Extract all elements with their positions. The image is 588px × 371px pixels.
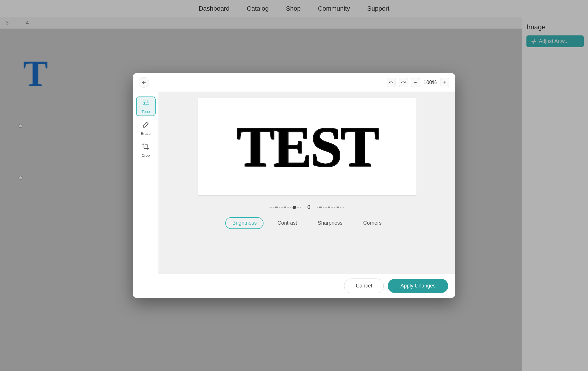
filter-tabs: Brightness Contrast Sharpness Corners <box>225 217 388 229</box>
zoom-minus-button[interactable]: − <box>411 78 420 87</box>
erase-icon <box>142 121 150 130</box>
tab-contrast[interactable]: Contrast <box>270 217 304 229</box>
zoom-plus-icon: + <box>443 80 446 86</box>
modal-sidebar: Tune Erase Crop <box>133 92 159 274</box>
tab-sharpness[interactable]: Sharpness <box>311 217 349 229</box>
zoom-plus-button[interactable]: + <box>440 78 449 87</box>
canvas-text: TEST <box>236 114 377 180</box>
tune-icon <box>142 99 150 108</box>
slider-value: 0 <box>305 204 313 210</box>
tool-erase[interactable]: Erase <box>136 118 156 138</box>
modal-footer: Cancel Apply Changes <box>133 274 455 298</box>
redo-button[interactable] <box>399 78 408 87</box>
tune-label: Tune <box>142 109 150 114</box>
modal-topbar: − 100% + <box>133 73 455 92</box>
slider-section: 0 <box>198 204 416 229</box>
zoom-minus-icon: − <box>414 80 417 86</box>
topbar-right: − 100% + <box>387 78 449 87</box>
zoom-value: 100% <box>423 80 437 86</box>
cancel-button[interactable]: Cancel <box>344 279 384 293</box>
modal-body: Tune Erase Crop <box>133 92 455 274</box>
crop-label: Crop <box>142 153 150 158</box>
tab-brightness[interactable]: Brightness <box>225 217 264 229</box>
back-button[interactable] <box>139 77 149 88</box>
tool-crop[interactable]: Crop <box>136 140 156 160</box>
modal-dialog: − 100% + Tune <box>133 73 455 298</box>
topbar-left <box>139 77 149 88</box>
slider-container[interactable]: 0 <box>198 204 416 210</box>
crop-icon <box>142 143 150 152</box>
tab-corners[interactable]: Corners <box>356 217 389 229</box>
modal-overlay: − 100% + Tune <box>0 0 588 371</box>
modal-canvas-area: TEST <box>159 92 455 274</box>
erase-label: Erase <box>141 131 151 136</box>
tool-tune[interactable]: Tune <box>136 96 156 116</box>
canvas-white: TEST <box>198 98 416 196</box>
undo-button[interactable] <box>387 78 396 87</box>
slider-handle[interactable] <box>293 206 296 209</box>
apply-changes-button[interactable]: Apply Changes <box>388 279 448 293</box>
